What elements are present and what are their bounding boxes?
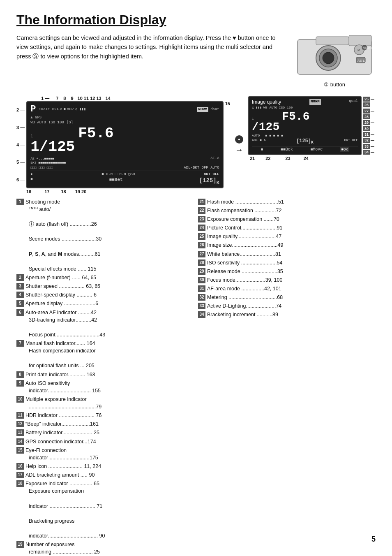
ref-15-sub: indicator ............................17… — [25, 454, 98, 461]
ref-num-29: 29 — [198, 268, 205, 275]
iq-auto-label: AUTO — — [252, 134, 264, 137]
bkt-indicator: BKT ■■■■■■■■■■■■■■ — [30, 161, 66, 164]
iq-iso: ISO 100 — [279, 106, 293, 109]
iq-top-row: Image quality NORM qual — [252, 99, 358, 105]
ref-text-24: Picture Control.........................… — [207, 224, 282, 232]
image-quality-screen: Image quality NORM qual ♫ ▮▮▮ WB AUTO IS… — [248, 96, 362, 155]
ref-num-12: 12 — [16, 421, 24, 427]
ref-7-sub1: Flash compensation indicator — [25, 347, 96, 354]
ref-num-22: 22 — [198, 207, 205, 214]
callout-1: 1 — — [41, 96, 49, 101]
s-mode-display: [S] — [67, 120, 73, 125]
ref-item-26: 26 Image size...........................… — [198, 241, 376, 249]
iq-sound-icon: ♫ ▮▮▮ — [252, 106, 262, 109]
ref-text-9: Auto ISO sensitivity indicator..........… — [25, 380, 101, 394]
left-diagram: 1 — 7 8 9 10 11 12 13 14 2 — 3 — 4 — 5 —… — [16, 96, 230, 194]
page-number: 5 — [371, 535, 376, 544]
ref-num-9: 9 — [16, 380, 24, 387]
ref-num-6: 6 — [16, 309, 24, 316]
ae-bkt-row: AE-+...■■■■■ AF-A — [30, 156, 219, 160]
ref-item-2: 2 Aperture (f-number) ...... 64, 65 — [16, 274, 194, 281]
ref-item-1: 1 Shooting mode ᵀᴺᵀᴴ auto/ ⓘ auto (flash… — [16, 198, 194, 273]
wb-iso-row: WB AUTO ISO 100 [S] — [30, 120, 219, 125]
rnum-29-box: 29 — [363, 120, 370, 125]
sound-icon: ♫ ▮▮▮ — [75, 107, 86, 111]
ref-item-11: 11 HDR indicator .......................… — [16, 412, 194, 419]
ref-7-main: Manual flash indicator....... 164 — [25, 341, 95, 346]
hdr-icon: HDR — [67, 107, 74, 111]
ref-item-16: 16 Help icon ........................ 11… — [16, 463, 194, 470]
ref-text-10: Multiple exposure indicator ............… — [25, 396, 101, 410]
iq-ok-icon: ■OK — [340, 147, 349, 152]
ref-text-7: Manual flash indicator....... 164 Flash … — [25, 340, 96, 370]
ref-6-sub2: Focus point.............................… — [25, 331, 105, 338]
ref-9-main: Auto ISO sensitivity — [25, 380, 70, 386]
shooting-mode-sub4: P, S, A, and M modes...........61 — [25, 250, 101, 258]
rnum-29: 29— — [363, 120, 376, 125]
bcallout-17: 17 — [44, 189, 49, 194]
rcallout-22: 22 — [265, 156, 270, 161]
help-icon-display: ● — [30, 172, 32, 176]
rnum-25-box: 25 — [363, 97, 370, 102]
ref-item-6: 6 Auto-area AF indicator .........42 3D-… — [16, 309, 194, 339]
exposure-indicator-row: BKT ■■■■■■■■■■■■■■ — [30, 161, 219, 164]
ref-num-26: 26 — [198, 242, 205, 248]
iq-shutter-display: 1 /125 — [252, 117, 279, 133]
bcallout-19: 19 20 — [75, 189, 87, 194]
button-label: ① button — [293, 81, 376, 88]
ref-text-32: Metering ...............................… — [207, 294, 283, 301]
shutter-fraction: 1 — [30, 134, 75, 139]
ae-bkt-label: AE-+...■■■■■ — [30, 157, 54, 160]
rcallout-23: 23 — [286, 156, 291, 161]
ref-18-sub1: Exposure compensation — [25, 487, 105, 495]
ref-item-13: 13 Battery indicator....................… — [16, 429, 194, 436]
svg-rect-2 — [316, 37, 349, 45]
ref-text-15: Eye-Fi connection indicator ............… — [25, 447, 98, 461]
iq-bottom-row: ADL ■ A [125]K BKT OFF — [252, 138, 358, 145]
ref-18-sub3: Bracketing progress — [25, 517, 105, 525]
ref-num-24: 24 — [198, 225, 205, 231]
callout-6: 6 — — [16, 177, 25, 182]
ref-item-32: 32 Metering ............................… — [198, 294, 376, 301]
ref-item-3: 3 Shutter speed .................. 63, 6… — [16, 283, 194, 290]
right-diagram: Image quality NORM qual ♫ ▮▮▮ WB AUTO IS… — [248, 96, 376, 194]
iq-dots: ■ ■ ■ ■ ■ — [265, 134, 283, 137]
ref-item-24: 24 Picture Control......................… — [198, 224, 376, 232]
ref-text-29: Release mode .........................35 — [207, 268, 283, 275]
right-callouts-left: 15 — [225, 101, 230, 188]
ref-text-2: Aperture (f-number) ...... 64, 65 — [25, 274, 96, 281]
ref-item-10: 10 Multiple exposure indicator .........… — [16, 396, 194, 410]
ref-num-18: 18 — [16, 480, 24, 487]
ref-num-4: 4 — [16, 292, 24, 298]
ref-item-28: 28 ISO sensitivity .....................… — [198, 259, 376, 266]
callout-2: 2 — — [16, 107, 25, 112]
rnum-28-box: 28 — [363, 114, 370, 119]
ref-text-19: Number of exposures remaining ..........… — [25, 541, 100, 556]
ref-text-16: Help icon ........................ 11, 2… — [25, 463, 101, 470]
ref-text-28: ISO sensitivity ........................… — [207, 259, 282, 266]
bottom-callouts: 16 17 18 19 20 — [16, 189, 230, 194]
reference-section: 1 Shooting mode ᵀᴺᵀᴴ auto/ ⓘ auto (flash… — [16, 198, 376, 556]
iq-wb: WB AUTO — [263, 106, 277, 109]
ref-7-sub2: for optional flash units ... 205 — [25, 362, 96, 369]
rcallout-21: 21 — [250, 156, 255, 161]
iq-aperture-value: F5.6 — [282, 110, 309, 123]
ref-num-8: 8 — [16, 371, 24, 378]
ref-num-23: 23 — [198, 216, 205, 222]
callout-7: 7 — [56, 96, 58, 101]
ref-num-25: 25 — [198, 233, 205, 240]
iq-adl: ADL ■ A — [252, 138, 266, 145]
ref-col-1: 1 Shooting mode ᵀᴺᵀᴴ auto/ ⓘ auto (flash… — [16, 198, 194, 556]
gps-row: ▲ GPS — [30, 116, 219, 120]
ref-item-7: 7 Manual flash indicator....... 164 Flas… — [16, 340, 194, 370]
rnum-32: 32— — [363, 138, 376, 143]
shooting-mode-sub5: Special effects mode ...... 115 — [25, 265, 101, 273]
ref-text-33: Active D-Lighting.....................74 — [207, 302, 281, 310]
ref-num-33: 33 — [198, 303, 205, 309]
image-quality-label: Image quality — [252, 99, 281, 105]
callout-10: 10 11 12 13 — [78, 96, 101, 101]
ref-num-11: 11 — [16, 412, 24, 419]
arrow-indicator: ● → — [233, 96, 245, 194]
ref-item-17: 17 ADL bracketing amount ..... 90 — [16, 471, 194, 479]
ref-item-15: 15 Eye-Fi connection indicator .........… — [16, 447, 194, 461]
